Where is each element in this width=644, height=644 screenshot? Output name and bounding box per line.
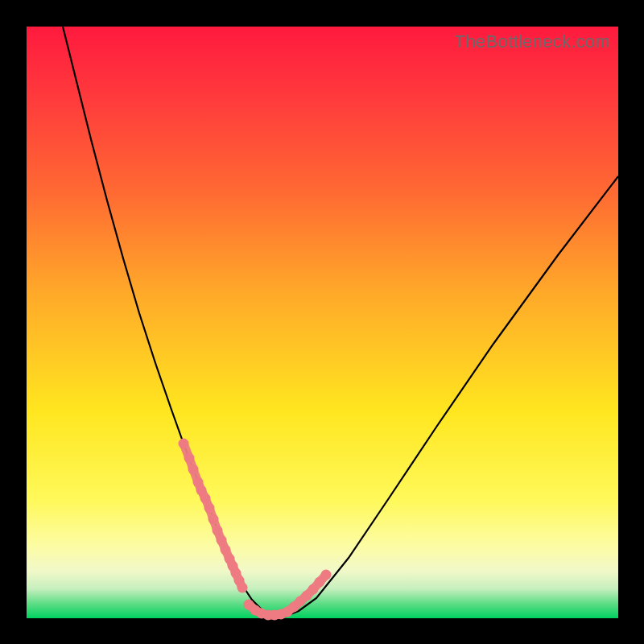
svg-point-1 — [184, 453, 195, 464]
svg-point-0 — [179, 439, 189, 449]
curve-line — [63, 27, 618, 617]
chart-frame: TheBottleneck.com — [0, 0, 644, 644]
svg-point-6 — [204, 503, 215, 514]
plot-area: TheBottleneck.com — [27, 27, 618, 618]
svg-point-5 — [200, 493, 211, 504]
svg-point-25 — [321, 570, 332, 580]
svg-point-9 — [217, 535, 227, 546]
svg-point-15 — [237, 583, 248, 593]
markers-left-branch — [179, 439, 248, 593]
svg-point-8 — [213, 526, 223, 536]
svg-point-7 — [208, 514, 219, 525]
svg-point-2 — [188, 464, 199, 475]
svg-point-28 — [257, 609, 267, 619]
bottleneck-curve — [27, 27, 618, 618]
markers-right-branch — [263, 570, 332, 621]
